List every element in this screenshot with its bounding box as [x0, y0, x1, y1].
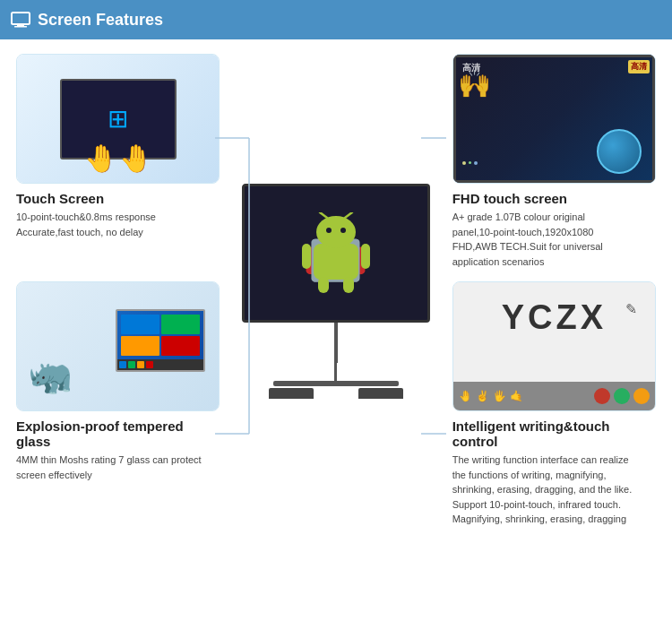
writing-title: Intelligent writing&touch control	[452, 418, 656, 449]
explosion-proof-title: Explosion-proof tempered glass	[16, 418, 220, 449]
explosion-proof-feature: 🦏	[9, 276, 227, 534]
android-icon	[300, 212, 372, 293]
fhd-illustration: 🙌 高清 高清	[453, 55, 655, 183]
taskbar-dot-4	[146, 361, 153, 368]
stand-foot-right	[358, 388, 403, 399]
taskbar-dot-2	[128, 361, 135, 368]
touch-monitor-illustration: ⊞ 🤚 🤚	[60, 79, 177, 160]
ctrl-yellow-circle	[633, 388, 650, 404]
features-grid-wrapper: ⊞ 🤚 🤚 Touch Screen 10-point-touch&0.8ms …	[9, 48, 663, 534]
svg-rect-16	[318, 277, 329, 293]
main-monitor: 🤖	[242, 184, 430, 323]
writing-sample-text: YCZX	[502, 298, 607, 337]
hand-left-icon: 🤚	[84, 142, 117, 174]
writing-feature: YCZX ✏ 🤚 ✌ 🖐 🤙	[445, 276, 663, 534]
writing-image: YCZX ✏ 🤚 ✌ 🖐 🤙	[452, 281, 656, 411]
taskbar-dot-3	[137, 361, 144, 368]
fhd-globe-icon	[597, 129, 642, 174]
svg-rect-0	[12, 13, 30, 24]
hand-right-icon: 🤚	[119, 142, 152, 174]
svg-rect-2	[14, 26, 27, 28]
screen-icon	[11, 12, 30, 28]
svg-rect-8	[314, 244, 358, 280]
page-title: Screen Features	[38, 11, 163, 30]
explosion-illustration: 🦏	[17, 282, 219, 410]
ctrl-hand-2: ✌	[476, 390, 489, 402]
writing-control-bar: 🤚 ✌ 🖐 🤙	[453, 382, 655, 410]
svg-rect-1	[17, 24, 24, 26]
explosion-proof-image: 🦏	[16, 281, 220, 411]
features-grid: ⊞ 🤚 🤚 Touch Screen 10-point-touch&0.8ms …	[9, 48, 663, 534]
fhd-image: 🙌 高清 高清	[452, 54, 656, 184]
page-header: Screen Features	[0, 0, 672, 39]
ctrl-hand-4: 🤙	[510, 390, 523, 402]
svg-point-9	[316, 216, 356, 248]
taskbar-dot-1	[119, 361, 126, 368]
svg-rect-17	[343, 277, 354, 293]
svg-point-10	[326, 228, 332, 233]
ctrl-green-circle	[614, 388, 630, 404]
content-area: ⊞ 🤚 🤚 Touch Screen 10-point-touch&0.8ms …	[0, 39, 672, 539]
svg-line-12	[320, 212, 327, 218]
svg-point-11	[340, 228, 346, 233]
writing-illustration: YCZX ✏ 🤚 ✌ 🖐 🤙	[453, 282, 655, 410]
center-monitor-feature: 🤖	[227, 48, 444, 534]
touch-screen-desc: 10-point-touch&0.8ms response Accurate,f…	[16, 210, 220, 239]
fhd-feature: 🙌 高清 高清 FHD touch screen A+ gra	[445, 48, 663, 276]
ctrl-red-circle	[594, 388, 610, 404]
monitor-stand	[334, 323, 338, 363]
writing-desc: The writing function interface can reali…	[452, 453, 656, 527]
touch-screen-image: ⊞ 🤚 🤚	[16, 54, 220, 184]
fhd-desc: A+ grade 1.07B colour original panel,10-…	[452, 210, 656, 269]
windows-screen-small	[116, 309, 205, 372]
ctrl-hand-1: 🤚	[459, 390, 472, 402]
explosion-proof-desc: 4MM thin Moshs rating 7 glass can protec…	[16, 453, 220, 482]
windows-taskbar	[117, 359, 203, 370]
fhd-title: FHD touch screen	[452, 191, 656, 206]
writing-pen-icon: ✏	[621, 298, 642, 319]
svg-line-13	[345, 212, 352, 218]
windows-logo-icon: ⊞	[108, 104, 128, 134]
svg-rect-15	[361, 244, 370, 269]
touch-screen-feature: ⊞ 🤚 🤚 Touch Screen 10-point-touch&0.8ms …	[9, 48, 227, 276]
ctrl-hand-3: 🖐	[493, 390, 506, 402]
stand-foot-left	[269, 388, 314, 399]
touch-screen-title: Touch Screen	[16, 191, 220, 206]
svg-rect-14	[302, 244, 311, 269]
rhino-icon: 🦏	[28, 355, 73, 397]
fhd-hd-badge: 高清	[628, 60, 650, 73]
